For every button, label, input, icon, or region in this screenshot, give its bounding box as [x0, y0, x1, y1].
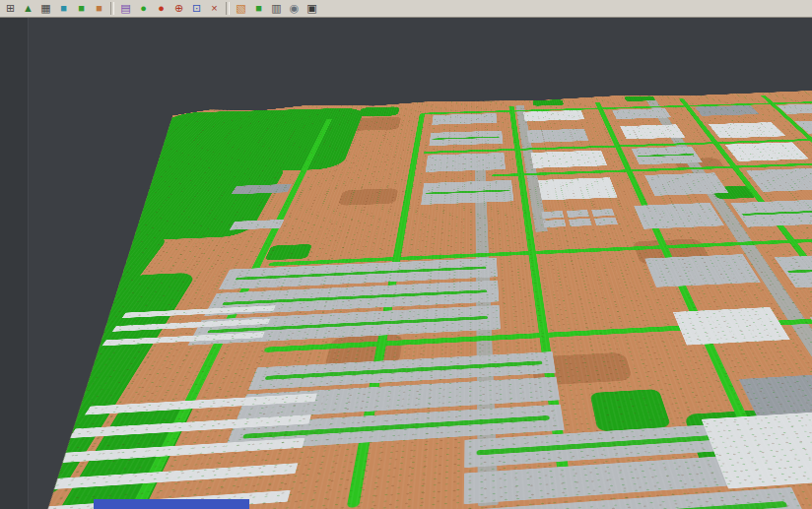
roof-vegetation-stripe [264, 360, 542, 379]
vegetation-patch [532, 99, 564, 106]
layer-orange-icon: ▧ [236, 3, 245, 14]
building [526, 129, 588, 143]
clear-selection-icon: × [211, 3, 217, 14]
bottom-blue-strip [94, 499, 249, 509]
vegetation-patch [590, 389, 672, 431]
toolbar-separator [110, 2, 114, 15]
vegetation-class-button[interactable]: ■ [73, 1, 90, 16]
scene-viewport-3d[interactable] [0, 18, 812, 509]
mesh-view-button[interactable]: ▦ [37, 1, 54, 16]
building [730, 200, 812, 227]
terrain-view-button[interactable]: ▲ [20, 1, 36, 16]
building [634, 203, 724, 229]
building [612, 108, 671, 119]
perspective-container [0, 18, 812, 509]
record-view-button[interactable]: ● [153, 1, 169, 16]
vegetation-patch [264, 244, 312, 261]
target-measure-icon: ⊕ [174, 3, 183, 14]
record-view-icon: ● [158, 3, 165, 14]
roof-vegetation-stripe [787, 267, 812, 274]
globe-view-icon: ◉ [290, 3, 300, 14]
building [644, 254, 761, 287]
building [538, 177, 618, 200]
toolbar-separator [226, 2, 230, 15]
building [523, 110, 584, 121]
building [673, 307, 790, 346]
terrain-view-icon: ▲ [23, 3, 34, 14]
ground-patch [338, 188, 399, 206]
terrain-plane [0, 81, 812, 509]
building [695, 105, 760, 116]
histogram-button[interactable]: ▥ [268, 1, 285, 16]
layer-green-button[interactable]: ■ [250, 1, 267, 16]
building [620, 124, 685, 139]
play-render-button[interactable]: ● [135, 1, 152, 16]
building [569, 219, 592, 226]
water-class-icon: ■ [60, 3, 67, 14]
window-layout-icon: ⊞ [6, 3, 15, 14]
roof-vegetation-stripe [222, 289, 488, 305]
building [531, 151, 608, 168]
palette-classify-button[interactable]: ▤ [117, 1, 134, 16]
building [724, 142, 809, 160]
roof-vegetation-stripe [235, 266, 486, 280]
roof-vegetation-stripe [433, 136, 500, 139]
building [591, 209, 614, 217]
building [567, 210, 589, 218]
building [231, 184, 292, 195]
building [709, 122, 786, 138]
ground-class-button[interactable]: ■ [91, 1, 107, 16]
palette-classify-icon: ▤ [120, 3, 130, 14]
roof-vegetation-stripe [477, 501, 787, 509]
building [631, 147, 702, 165]
vegetation-patch [358, 106, 400, 116]
play-render-icon: ● [140, 3, 147, 14]
snapshot-button[interactable]: ▣ [304, 1, 320, 16]
building [594, 218, 618, 225]
vegetation-patch [624, 95, 656, 101]
building [432, 113, 497, 125]
vegetation-class-icon: ■ [78, 3, 85, 14]
layer-orange-button[interactable]: ▧ [233, 1, 249, 16]
building [543, 220, 566, 227]
window-layout-button[interactable]: ⊞ [2, 1, 19, 16]
toolbar: ⊞▲▦■■■▤●●⊕⊡×▧■▥◉▣ [0, 0, 812, 18]
roof-vegetation-stripe [638, 154, 695, 157]
building [429, 131, 503, 147]
snapshot-icon: ▣ [306, 3, 316, 14]
roof-vegetation-stripe [426, 190, 508, 195]
water-class-button[interactable]: ■ [55, 1, 72, 16]
histogram-icon: ▥ [271, 3, 281, 14]
building [421, 180, 513, 205]
building [644, 172, 728, 195]
vegetation-patch [49, 165, 288, 244]
clear-selection-button[interactable]: × [206, 1, 223, 16]
building [426, 153, 506, 172]
globe-view-button[interactable]: ◉ [286, 1, 303, 16]
ground-class-icon: ■ [96, 3, 102, 14]
building [746, 167, 812, 191]
terrain-ground [0, 81, 812, 509]
layer-green-icon: ■ [255, 3, 262, 14]
snap-grid-button[interactable]: ⊡ [188, 1, 205, 16]
mesh-view-icon: ▦ [40, 3, 50, 14]
roof-vegetation-stripe [742, 211, 812, 216]
building [541, 211, 564, 219]
target-measure-button[interactable]: ⊕ [170, 1, 187, 16]
snap-grid-icon: ⊡ [192, 3, 201, 14]
